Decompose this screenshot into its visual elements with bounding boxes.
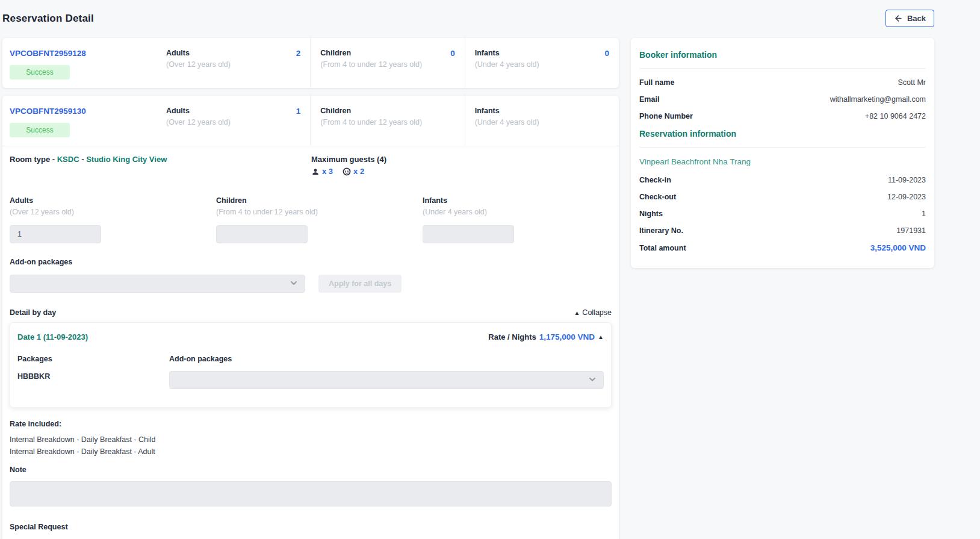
children-sub: (From 4 to under 12 years old) bbox=[320, 60, 422, 69]
rate-per-night[interactable]: Rate / Nights 1,175,000 VND ▲ bbox=[488, 332, 604, 341]
checkout-value: 12-09-2023 bbox=[887, 193, 926, 201]
total-amount-value: 3,525,000 VND bbox=[870, 243, 926, 252]
note-textarea[interactable] bbox=[10, 481, 612, 506]
collapse-button[interactable]: ▲ Collapse bbox=[574, 308, 612, 317]
info-row: Itinerary No. 1971931 bbox=[639, 226, 926, 235]
phone-label: Phone Number bbox=[639, 112, 693, 120]
adults-sub: (Over 12 years old) bbox=[166, 60, 231, 69]
adults-label: Adults bbox=[10, 196, 216, 205]
adults-occupancy: Adults (Over 12 years old) bbox=[10, 196, 216, 243]
info-row: Full name Scott Mr bbox=[639, 78, 926, 87]
max-adults-count: x 3 bbox=[322, 167, 333, 176]
reservation-card-2: VPCOBFNT2959130 Success Adults (Over 12 … bbox=[2, 96, 619, 539]
itinerary-label: Itinerary No. bbox=[639, 226, 683, 235]
infants-value: 0 bbox=[604, 49, 609, 88]
children-input[interactable] bbox=[216, 225, 308, 243]
booking-info-card: Booker information Full name Scott Mr Em… bbox=[631, 38, 934, 268]
apply-all-days-button[interactable]: Apply for all days bbox=[318, 275, 402, 293]
email-value: withallmarketing@gmail.com bbox=[830, 95, 926, 104]
detail-by-day-label: Detail by day bbox=[10, 308, 56, 317]
day-addon-select[interactable] bbox=[169, 371, 604, 389]
special-request-label: Special Request bbox=[10, 523, 612, 531]
reservation-code[interactable]: VPCOBFNT2959130 bbox=[10, 107, 149, 116]
children-label: Children bbox=[320, 107, 422, 115]
max-children-count: x 2 bbox=[353, 167, 364, 176]
addon-packages-label: Add-on packages bbox=[10, 258, 612, 266]
addon-packages-select[interactable] bbox=[10, 275, 305, 293]
divider bbox=[639, 68, 926, 69]
infants-label: Infants bbox=[475, 49, 539, 57]
note-label: Note bbox=[10, 466, 612, 474]
triangle-up-icon[interactable]: ▲ bbox=[598, 334, 604, 340]
reservation-card-1: VPCOBFNT2959128 Success Adults (Over 12 … bbox=[2, 38, 619, 88]
phone-value: +82 10 9064 2472 bbox=[865, 112, 926, 120]
fullname-value: Scott Mr bbox=[898, 78, 926, 87]
reservation-header: VPCOBFNT2959128 Success Adults (Over 12 … bbox=[2, 38, 619, 88]
status-badge: Success bbox=[10, 123, 70, 137]
day-date-label: Date 1 (11-09-2023) bbox=[17, 332, 88, 341]
adults-sub: (Over 12 years old) bbox=[10, 208, 216, 216]
infants-summary: Infants (Under 4 years old) bbox=[465, 96, 619, 146]
children-summary: Children (From 4 to under 12 years old) … bbox=[310, 38, 464, 88]
fullname-label: Full name bbox=[639, 78, 674, 87]
itinerary-value: 1971931 bbox=[896, 226, 926, 235]
topbar: Reservation Detail Back bbox=[2, 0, 934, 27]
adults-input[interactable] bbox=[10, 225, 101, 243]
booker-heading: Booker information bbox=[639, 50, 926, 60]
children-summary: Children (From 4 to under 12 years old) bbox=[310, 96, 464, 146]
info-row: Phone Number +82 10 9064 2472 bbox=[639, 112, 926, 120]
rate-label: Rate / Nights bbox=[488, 332, 536, 341]
back-button-label: Back bbox=[907, 14, 926, 23]
infants-input[interactable] bbox=[423, 225, 514, 243]
package-code: HBBBKR bbox=[17, 372, 169, 381]
child-face-icon bbox=[343, 167, 351, 176]
checkout-label: Check-out bbox=[639, 193, 676, 201]
adults-value: 1 bbox=[296, 107, 301, 146]
room-name-link[interactable]: Studio King City View bbox=[86, 155, 167, 164]
children-sub: (From 4 to under 12 years old) bbox=[216, 208, 423, 216]
collapse-label: Collapse bbox=[582, 308, 612, 317]
infants-label: Infants bbox=[475, 107, 539, 115]
info-row: Nights 1 bbox=[639, 210, 926, 218]
info-row: Check-in 11-09-2023 bbox=[639, 176, 926, 184]
reservation-info-heading: Reservation information bbox=[639, 129, 926, 139]
children-label: Children bbox=[216, 196, 423, 205]
children-label: Children bbox=[320, 49, 422, 57]
children-occupancy: Children (From 4 to under 12 years old) bbox=[216, 196, 423, 243]
status-badge: Success bbox=[10, 65, 70, 79]
checkin-value: 11-09-2023 bbox=[888, 176, 926, 184]
day-addon-label: Add-on packages bbox=[169, 355, 604, 363]
room-type-separator: - bbox=[79, 155, 87, 164]
checkin-label: Check-in bbox=[639, 176, 671, 184]
room-code-link[interactable]: KSDC bbox=[57, 155, 79, 164]
nights-label: Nights bbox=[639, 210, 663, 218]
divider bbox=[639, 147, 926, 148]
infants-sub: (Under 4 years old) bbox=[475, 60, 539, 69]
total-amount-row: Total amount 3,525,000 VND bbox=[639, 243, 926, 252]
reservation-header: VPCOBFNT2959130 Success Adults (Over 12 … bbox=[2, 96, 619, 146]
arrow-left-icon bbox=[894, 14, 903, 23]
total-amount-label: Total amount bbox=[639, 244, 686, 252]
back-button[interactable]: Back bbox=[885, 10, 934, 27]
max-guests-label: Maximum guests (4) bbox=[311, 155, 386, 164]
person-icon bbox=[311, 167, 320, 176]
max-guests: Maximum guests (4) x 3 bbox=[311, 155, 386, 176]
rate-value: 1,175,000 VND bbox=[539, 332, 595, 341]
page-title: Reservation Detail bbox=[2, 13, 94, 25]
infants-sub: (Under 4 years old) bbox=[475, 118, 539, 126]
hotel-link[interactable]: Vinpearl Beachfront Nha Trang bbox=[639, 157, 926, 166]
rate-included-item: Internal Breakdown - Daily Breakfast - A… bbox=[10, 447, 612, 456]
rate-included-item: Internal Breakdown - Daily Breakfast - C… bbox=[10, 435, 612, 444]
infants-summary: Infants (Under 4 years old) 0 bbox=[465, 38, 619, 88]
info-row: Check-out 12-09-2023 bbox=[639, 193, 926, 201]
children-sub: (From 4 to under 12 years old) bbox=[320, 118, 422, 126]
reservation-code[interactable]: VPCOBFNT2959128 bbox=[10, 49, 149, 58]
email-label: Email bbox=[639, 95, 659, 104]
chevron-down-icon bbox=[289, 278, 299, 290]
rate-included-label: Rate included: bbox=[10, 420, 612, 428]
children-value: 0 bbox=[450, 49, 455, 88]
infants-label: Infants bbox=[423, 196, 629, 205]
adults-sub: (Over 12 years old) bbox=[166, 118, 231, 126]
triangle-up-icon: ▲ bbox=[574, 310, 580, 316]
room-type-label: Room type - bbox=[10, 155, 57, 164]
